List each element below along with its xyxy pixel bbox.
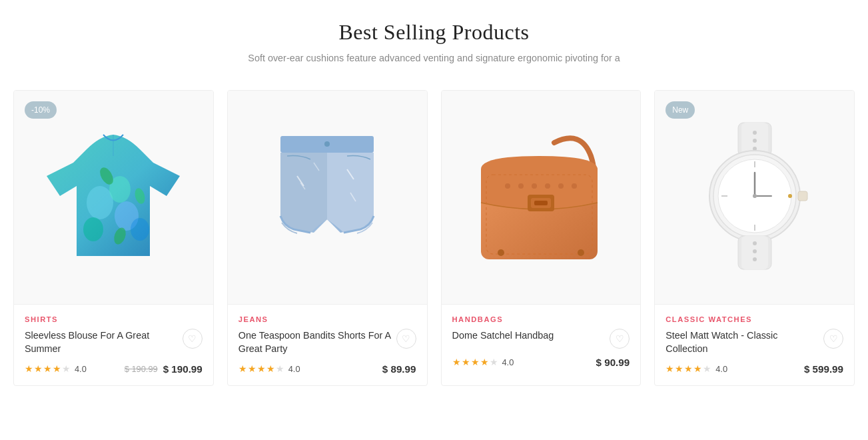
rating-row: ★★★★★ 4.0 <box>452 357 514 368</box>
svg-point-20 <box>505 183 510 189</box>
product-card-3[interactable]: HANDBAGS Dome Satchel Handbag ♡ ★★★★★ 4.… <box>441 90 642 386</box>
star-filled: ★ <box>480 357 489 368</box>
svg-point-27 <box>498 249 504 256</box>
product-image-container <box>442 91 641 304</box>
star-empty: ★ <box>703 363 711 375</box>
section-header: Best Selling Products Soft over-ear cush… <box>13 20 855 63</box>
product-name: One Teaspoon Bandits Shorts For A Great … <box>238 329 396 355</box>
star-filled: ★ <box>684 363 693 375</box>
star-empty: ★ <box>276 363 284 375</box>
product-info: JEANS One Teaspoon Bandits Shorts For A … <box>228 304 427 385</box>
rating-value: 4.0 <box>288 364 300 374</box>
star-filled: ★ <box>665 363 674 375</box>
wishlist-button[interactable]: ♡ <box>183 329 203 349</box>
star-filled: ★ <box>43 363 52 375</box>
price-current: $ 90.99 <box>596 357 630 368</box>
product-info: SHIRTS Sleevless Blouse For A Great Summ… <box>14 304 213 385</box>
svg-point-25 <box>572 183 577 189</box>
svg-rect-19 <box>534 201 548 205</box>
product-name: Dome Satchel Handbag <box>452 329 610 342</box>
product-image-container: New <box>655 91 854 304</box>
star-filled: ★ <box>248 363 256 375</box>
stars: ★★★★★ <box>452 357 498 368</box>
product-card-2[interactable]: JEANS One Teaspoon Bandits Shorts For A … <box>227 90 428 386</box>
star-filled: ★ <box>257 363 266 375</box>
svg-point-22 <box>532 183 537 189</box>
products-grid: -10% SHIRTS Sleevless Blouse <box>13 90 855 386</box>
svg-point-44 <box>753 194 757 198</box>
svg-point-49 <box>753 257 757 261</box>
product-footer: ★★★★★ 4.0 $ 90.99 <box>452 357 630 368</box>
product-badge: -10% <box>25 101 57 119</box>
star-filled: ★ <box>34 363 43 375</box>
svg-point-48 <box>753 249 757 253</box>
product-image <box>688 119 821 275</box>
price-current: $ 89.99 <box>382 363 416 375</box>
section-title: Best Selling Products <box>13 20 855 45</box>
product-info: HANDBAGS Dome Satchel Handbag ♡ ★★★★★ 4.… <box>442 304 641 379</box>
rating-row: ★★★★★ 4.0 <box>25 363 87 375</box>
product-image <box>468 123 614 272</box>
product-name: Steel Matt Watch - Classic Collection <box>665 329 823 355</box>
rating-value: 4.0 <box>75 364 87 374</box>
product-image <box>47 123 180 272</box>
product-info: CLASSIC WATCHES Steel Matt Watch - Class… <box>655 304 854 385</box>
svg-point-31 <box>753 131 757 135</box>
product-image-container <box>228 91 427 304</box>
product-badge: New <box>665 101 695 119</box>
svg-point-4 <box>131 218 149 241</box>
stars: ★★★★★ <box>25 363 71 375</box>
svg-rect-37 <box>798 191 807 201</box>
star-filled: ★ <box>675 363 683 375</box>
svg-point-21 <box>518 183 524 189</box>
product-footer: ★★★★★ 4.0 $ 190.99 $ 190.99 <box>25 363 203 375</box>
svg-point-23 <box>545 183 550 189</box>
svg-point-32 <box>753 139 757 143</box>
price-current: $ 190.99 <box>163 363 203 375</box>
wishlist-button[interactable]: ♡ <box>610 329 630 349</box>
stars: ★★★★★ <box>665 363 711 375</box>
rating-value: 4.0 <box>502 357 514 367</box>
svg-point-0 <box>87 186 113 219</box>
svg-point-47 <box>753 241 757 245</box>
product-card-1[interactable]: -10% SHIRTS Sleevless Blouse <box>13 90 214 386</box>
page-container: Best Selling Products Soft over-ear cush… <box>0 0 868 413</box>
product-image <box>260 123 394 272</box>
star-filled: ★ <box>693 363 702 375</box>
product-name-row: Dome Satchel Handbag ♡ <box>452 329 630 349</box>
price-current: $ 599.99 <box>804 363 843 375</box>
wishlist-button[interactable]: ♡ <box>396 329 416 349</box>
star-filled: ★ <box>462 357 470 368</box>
product-image-container: -10% <box>14 91 213 304</box>
product-name-row: One Teaspoon Bandits Shorts For A Great … <box>238 329 416 355</box>
star-empty: ★ <box>62 363 71 375</box>
stars: ★★★★★ <box>238 363 284 375</box>
svg-point-15 <box>324 141 330 147</box>
star-filled: ★ <box>238 363 247 375</box>
star-empty: ★ <box>490 357 498 368</box>
product-footer: ★★★★★ 4.0 $ 89.99 <box>238 363 416 375</box>
svg-point-24 <box>558 183 564 189</box>
rating-row: ★★★★★ 4.0 <box>665 363 727 375</box>
svg-point-38 <box>788 194 792 198</box>
product-category: CLASSIC WATCHES <box>665 315 843 323</box>
star-filled: ★ <box>53 363 61 375</box>
product-category: SHIRTS <box>25 315 203 323</box>
star-filled: ★ <box>471 357 480 368</box>
price-original: $ 190.99 <box>125 364 158 374</box>
wishlist-button[interactable]: ♡ <box>823 329 843 349</box>
star-filled: ★ <box>25 363 33 375</box>
product-category: JEANS <box>238 315 416 323</box>
price-row: $ 90.99 <box>596 357 630 368</box>
price-row: $ 599.99 <box>804 363 843 375</box>
svg-point-2 <box>83 217 103 241</box>
svg-point-28 <box>578 249 584 256</box>
product-footer: ★★★★★ 4.0 $ 599.99 <box>665 363 843 375</box>
product-category: HANDBAGS <box>452 315 630 323</box>
product-card-4[interactable]: New CLASSIC WA <box>654 90 855 386</box>
star-filled: ★ <box>452 357 461 368</box>
price-row: $ 190.99 $ 190.99 <box>125 363 203 375</box>
section-subtitle: Soft over-ear cushions feature advanced … <box>13 53 855 63</box>
product-name: Sleevless Blouse For A Great Summer <box>25 329 183 355</box>
product-name-row: Sleevless Blouse For A Great Summer ♡ <box>25 329 203 355</box>
